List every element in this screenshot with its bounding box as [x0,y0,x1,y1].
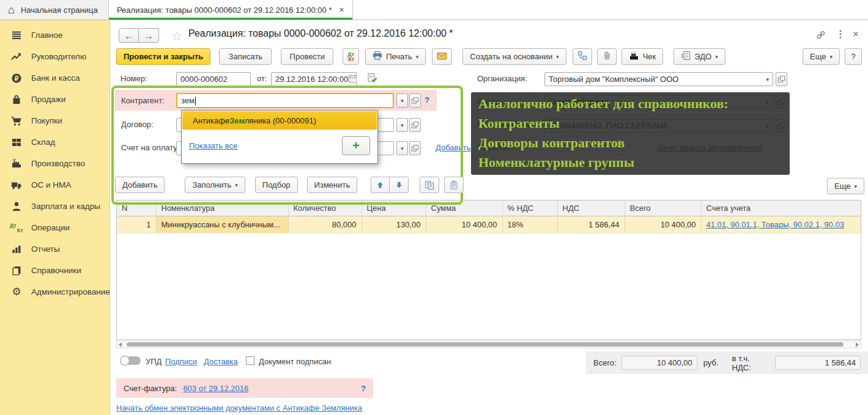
sidebar-item-os-nma[interactable]: ОС и НМА [0,174,109,196]
add-new-button[interactable]: + [342,136,370,155]
sidebar-item-pokupki[interactable]: Покупки [0,110,109,131]
delivery-link[interactable]: Доставка [204,357,238,366]
paste-rows-button[interactable] [444,177,464,193]
payment-invoice-dropdown-button[interactable]: ▾ [396,141,408,155]
move-up-button[interactable] [371,177,390,193]
window-close-icon[interactable]: × [853,28,859,40]
col-vat-percent[interactable]: % НДС [502,200,557,216]
person-icon [10,201,23,212]
accounts-link[interactable]: 41.01, 90.01.1, Товары, 90.02.1, 90.03 [707,220,844,229]
sidebar-item-sklad[interactable]: Склад [0,131,109,153]
contract-open-button[interactable] [409,118,421,132]
cell-vat[interactable]: 1 586,44 [557,216,625,233]
table-toolbar: Добавить Заполнить▾ Подбор Изменить [115,177,464,193]
contract-dropdown-button[interactable]: ▾ [396,118,408,132]
tab-document[interactable]: Реализация: товары 0000-000602 от 29.12.… [109,0,353,20]
sidebar-item-rukovoditelyu[interactable]: Руководителю [0,46,109,67]
date-input[interactable]: 29.12.2016 12:00:00 [271,72,357,86]
tooltip-line: Номенклатурные группы [478,153,782,172]
col-price[interactable]: Цена [362,200,426,216]
col-total[interactable]: Всего [625,200,701,216]
upd-toggle[interactable] [120,356,141,365]
post-button[interactable]: Провести [281,48,333,65]
col-quantity[interactable]: Количество [288,200,362,216]
related-documents-button[interactable] [573,48,592,65]
tab-close-icon[interactable]: × [339,5,344,15]
number-input[interactable]: 0000-000602 [176,72,251,86]
write-button[interactable]: Записать [219,48,272,65]
cell-sum[interactable]: 10 400,00 [426,216,502,233]
col-nomenclature[interactable]: Номенклатура [156,200,288,216]
invoice-link[interactable]: 603 от 29.12.2016 [183,384,248,393]
change-button[interactable]: Изменить [307,177,358,193]
counterparty-label: Контрагент: [121,96,165,105]
kebab-menu-icon[interactable]: ⋮ [836,28,845,40]
move-down-button[interactable] [390,177,409,193]
link-icon[interactable] [815,29,827,42]
sidebar-item-zarplata-kadry[interactable]: Зарплата и кадры [0,196,109,217]
sidebar-item-prodazhi[interactable]: Продажи [0,89,109,110]
counterparty-dropdown-button[interactable]: ▾ [396,94,408,108]
tab-home[interactable]: ⌂ Начальная страница [0,0,109,20]
email-button[interactable] [432,48,452,65]
post-and-close-button[interactable]: Провести и закрыть [116,48,210,65]
signatures-link[interactable]: Подписи [165,357,197,366]
payment-invoice-open-button[interactable] [409,141,421,155]
print-button[interactable]: Печать▾ [365,48,426,65]
edo-button[interactable]: ЭДО▾ [673,48,725,65]
calendar-icon[interactable] [348,74,357,85]
counterparty-open-button[interactable] [409,94,421,108]
col-vat[interactable]: НДС [557,200,625,216]
document-check-icon[interactable] [367,73,378,85]
sidebar-item-glavnoe[interactable]: Главное [0,24,109,46]
invoice-help[interactable]: ? [361,384,366,393]
sidebar-item-spravochniki[interactable]: Справочники [0,260,109,281]
scroll-right-arrow[interactable] [856,342,859,347]
cell-price[interactable]: 130,00 [362,216,426,233]
fill-button[interactable]: Заполнить▾ [185,177,245,193]
create-based-on-button[interactable]: Создать на основании▾ [462,48,566,65]
sidebar-item-operacii[interactable]: Дт Кт Операции [0,217,109,238]
col-sum[interactable]: Сумма [426,200,502,216]
scrollbar-thumb[interactable] [127,342,844,347]
counterparty-help[interactable]: ? [425,95,429,105]
bag-icon [10,94,23,105]
col-n[interactable]: N [117,200,156,216]
sidebar: Главное Руководителю ₽ Банк и касса Прод… [0,20,110,415]
edo-exchange-link[interactable]: Начать обмен электронными документами с … [116,403,362,413]
sidebar-item-administrirovanie[interactable]: ⚙ Администрирование [0,281,109,303]
organization-open-button[interactable] [776,72,787,86]
scroll-left-arrow[interactable] [119,342,122,347]
check-receipt-button[interactable]: Чек [621,48,664,65]
items-table: N Номенклатура Количество Цена Сумма % Н… [116,200,861,340]
copy-rows-button[interactable] [420,177,439,193]
sidebar-item-otchety[interactable]: Отчеты [0,238,109,260]
row-add-button[interactable]: Добавить [115,177,165,193]
attachments-button[interactable] [597,48,617,65]
cell-vat-percent[interactable]: 18% [502,216,557,233]
cell-quantity[interactable]: 80,000 [288,216,362,233]
horizontal-scrollbar[interactable] [116,340,861,348]
cell-nomenclature[interactable]: Миникруассаны с клубничным... [156,216,288,233]
dtkt-postings-button[interactable]: ДтКт [343,48,359,65]
autocomplete-item[interactable]: Антикафе Земляника (00-000091) [182,111,377,130]
forward-button[interactable]: → [139,28,159,43]
back-button[interactable]: ← [119,28,139,43]
cart-icon [10,116,23,127]
grid-icon [10,137,23,148]
trend-icon [10,51,23,62]
table-more-button[interactable]: Еще▾ [827,178,864,194]
payment-invoice-add-link[interactable]: Добавить [436,143,470,152]
organization-field[interactable]: Торговый дом "Комплексный" ООО ▾ [544,72,773,86]
col-accounts[interactable]: Счета учета [701,200,861,216]
favorite-star-icon[interactable]: ☆ [171,29,182,43]
show-all-link[interactable]: Показать все [189,141,237,150]
document-signed-checkbox[interactable] [246,356,254,365]
cell-total[interactable]: 10 400,00 [625,216,701,233]
toolbar-more-button[interactable]: Еще▾ [803,48,840,65]
sidebar-item-proizvodstvo[interactable]: Производство [0,153,109,174]
sidebar-item-bank-kassa[interactable]: ₽ Банк и касса [0,67,109,89]
help-button[interactable]: ? [845,48,862,65]
selection-button[interactable]: Подбор [255,177,298,193]
counterparty-input[interactable]: зем [176,93,394,108]
